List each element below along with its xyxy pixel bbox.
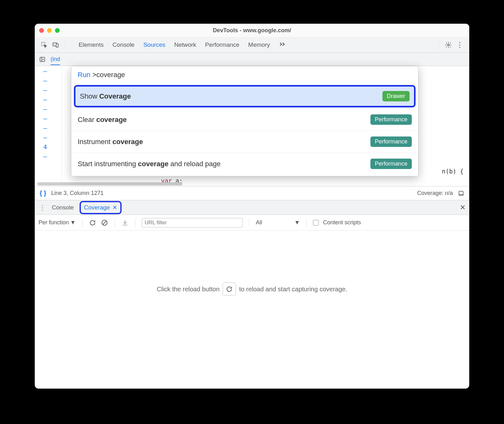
divider	[439, 41, 439, 49]
window-title: DevTools - www.google.com/	[35, 27, 469, 34]
command-caret: >	[92, 71, 96, 79]
command-query: coverage	[96, 71, 125, 79]
empty-text-pre: Click the reload button	[157, 286, 219, 293]
gutter-row: –	[35, 105, 56, 115]
close-drawer-icon[interactable]: ✕	[460, 203, 465, 212]
coverage-status: Coverage: n/a	[417, 190, 453, 197]
type-filter-dropdown[interactable]: All ▼	[256, 219, 300, 226]
command-item-start-instrumenting[interactable]: Start instrumenting coverage and reload …	[71, 153, 418, 175]
gutter-row: –	[35, 124, 56, 134]
drawer: ⋮ Console Coverage ✕ ✕ Per function ▼	[35, 200, 469, 348]
drawer-more-icon[interactable]: ⋮	[39, 204, 46, 211]
command-item-instrument-coverage[interactable]: Instrument coverage Performance	[71, 131, 418, 153]
command-item-clear-coverage[interactable]: Clear coverage Performance	[71, 109, 418, 131]
coverage-toolbar: Per function ▼ All ▼ Content scripts	[35, 215, 469, 231]
coverage-empty-state: Click the reload button to reload and st…	[35, 231, 469, 348]
command-menu: Run >coverage Show Coverage Drawer Clear…	[71, 66, 418, 176]
source-file-tab[interactable]: (ind	[51, 56, 60, 65]
chevron-down-icon: ▼	[70, 219, 76, 226]
gutter-row: –	[35, 96, 56, 105]
main-toolbar: Elements Console Sources Network Perform…	[35, 37, 469, 53]
close-tab-icon[interactable]: ✕	[112, 204, 117, 211]
panel-tabs: Elements Console Sources Network Perform…	[79, 41, 433, 48]
svg-rect-6	[459, 191, 463, 195]
minimize-window-button[interactable]	[47, 28, 52, 33]
tab-network[interactable]: Network	[174, 41, 196, 48]
more-menu-icon[interactable]: ⋮	[456, 41, 464, 49]
drawer-tab-label: Coverage	[84, 204, 110, 211]
command-item-badge: Drawer	[382, 91, 410, 101]
drawer-tab-console[interactable]: Console	[52, 204, 74, 211]
divider	[135, 219, 135, 227]
svg-rect-2	[56, 44, 58, 47]
gutter-row: –	[35, 153, 56, 162]
horizontal-scrollbar[interactable]	[37, 182, 183, 185]
tab-sources[interactable]: Sources	[143, 41, 165, 48]
reload-icon[interactable]	[89, 219, 96, 227]
command-input[interactable]: Run >coverage	[71, 66, 418, 84]
pretty-print-icon[interactable]: { }	[39, 190, 47, 197]
export-icon[interactable]	[121, 219, 129, 227]
content-scripts-label: Content scripts	[323, 219, 361, 226]
drawer-tab-coverage[interactable]: Coverage ✕	[80, 201, 122, 214]
tab-memory[interactable]: Memory	[248, 41, 270, 48]
divider	[115, 219, 115, 227]
code-fragment-right: n(b) {	[442, 168, 464, 175]
inspect-element-icon[interactable]	[40, 41, 48, 49]
gutter-row: –	[35, 86, 56, 96]
command-item-label: Instrument coverage	[78, 138, 143, 146]
divider	[306, 219, 307, 227]
svg-point-3	[447, 44, 449, 46]
navigator-toggle-icon[interactable]	[39, 56, 46, 63]
reload-button-hint[interactable]	[223, 282, 236, 296]
content-scripts-checkbox[interactable]	[313, 220, 319, 226]
command-item-badge: Performance	[370, 114, 412, 125]
url-filter-input[interactable]	[142, 218, 243, 227]
more-tabs-icon[interactable]	[279, 41, 286, 48]
fold-gutter	[56, 66, 62, 186]
divider	[82, 219, 82, 227]
device-toggle-icon[interactable]	[52, 41, 59, 49]
command-results: Show Coverage Drawer Clear coverage Perf…	[71, 85, 418, 175]
clear-icon[interactable]	[101, 219, 108, 227]
traffic-lights	[39, 28, 60, 33]
gutter-row: 4	[35, 143, 56, 153]
tab-elements[interactable]: Elements	[79, 41, 104, 48]
source-map-icon[interactable]	[457, 190, 465, 197]
command-item-badge: Performance	[370, 159, 412, 169]
command-item-show-coverage[interactable]: Show Coverage Drawer	[74, 85, 416, 107]
granularity-dropdown[interactable]: Per function ▼	[39, 219, 76, 226]
empty-text-post: to reload and start capturing coverage.	[239, 286, 347, 293]
command-prefix: Run	[78, 71, 92, 79]
command-item-label: Clear coverage	[78, 116, 127, 124]
editor-status-bar: { } Line 3, Column 1271 Coverage: n/a	[35, 186, 469, 200]
gutter-row: –	[35, 115, 56, 124]
tab-performance[interactable]: Performance	[205, 41, 239, 48]
editor-gutter: – – – – – – – – 4 –	[35, 66, 56, 186]
divider	[65, 41, 65, 49]
command-item-label: Show Coverage	[80, 92, 131, 100]
settings-icon[interactable]	[445, 41, 452, 49]
divider	[249, 219, 249, 227]
gutter-row: –	[35, 134, 56, 143]
chevron-down-icon: ▼	[294, 219, 300, 226]
zoom-window-button[interactable]	[55, 28, 60, 33]
svg-rect-4	[40, 57, 45, 61]
cursor-position: Line 3, Column 1271	[51, 190, 104, 197]
svg-line-8	[103, 221, 106, 224]
drawer-tabs: ⋮ Console Coverage ✕ ✕	[35, 200, 469, 215]
close-window-button[interactable]	[39, 28, 44, 33]
tab-console[interactable]: Console	[112, 41, 135, 48]
devtools-window: DevTools - www.google.com/ Elements Cons…	[35, 24, 469, 389]
titlebar: DevTools - www.google.com/	[35, 24, 469, 37]
gutter-row: –	[35, 67, 56, 77]
command-item-badge: Performance	[370, 136, 412, 147]
gutter-row: –	[35, 77, 56, 86]
command-item-label: Start instrumenting coverage and reload …	[78, 160, 221, 168]
sources-file-bar: (ind	[35, 53, 469, 66]
code-editor[interactable]: – – – – – – – – 4 – n(b) { var a; Run >c…	[35, 66, 469, 186]
